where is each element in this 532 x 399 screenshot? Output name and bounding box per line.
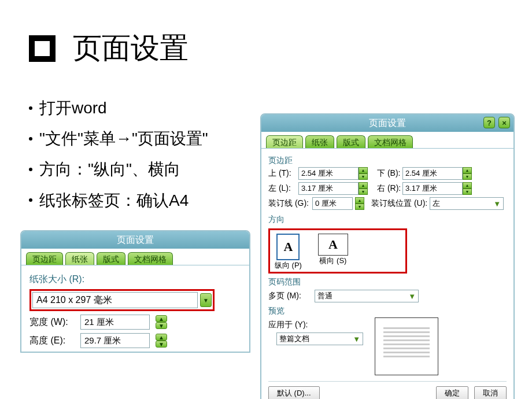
- tab-docgrid[interactable]: 文档网格: [128, 252, 173, 265]
- page-setup-dialog-large: 页面设置 ? × 页边距 纸张 版式 文档网格 页边距 上 (T): 2.54 …: [260, 113, 515, 399]
- bullet-dot-icon: [29, 168, 32, 171]
- title-text: 页面设置: [73, 29, 189, 68]
- tab-paper[interactable]: 纸张: [305, 135, 334, 148]
- bottom-spinner[interactable]: ▲▼: [463, 167, 472, 180]
- apply-to-select[interactable]: 整篇文档 ▼: [276, 332, 363, 345]
- gutter-pos-label: 装订线位置 (U):: [367, 198, 427, 209]
- dialog-titlebar: 页面设置 ? ×: [261, 114, 513, 132]
- left-spinner[interactable]: ▲▼: [359, 182, 368, 195]
- page-setup-dialog-small: 页面设置 页边距 纸张 版式 文档网格 纸张大小 (R): A4 210 x 2…: [20, 230, 250, 353]
- tab-margins[interactable]: 页边距: [26, 252, 63, 265]
- tab-layout[interactable]: 版式: [337, 135, 365, 148]
- bullet-dot-icon: [29, 137, 32, 141]
- multipage-select[interactable]: 普通 ▼: [315, 290, 419, 302]
- width-label: 宽度 (W):: [29, 316, 75, 328]
- landscape-icon: A: [318, 234, 348, 256]
- dropdown-icon: ▼: [353, 335, 360, 343]
- left-label: 左 (L):: [268, 183, 298, 194]
- top-spinner[interactable]: ▲▼: [359, 167, 368, 180]
- bullet-1: 打开word: [39, 93, 107, 123]
- height-spinner[interactable]: ▲▼: [156, 334, 167, 348]
- paper-size-combo[interactable]: A4 210 x 297 毫米: [32, 292, 198, 308]
- tab-docgrid[interactable]: 文档网格: [368, 135, 413, 148]
- landscape-label: 横向 (S): [319, 256, 346, 266]
- tab-layout[interactable]: 版式: [97, 252, 125, 265]
- portrait-icon: A: [276, 234, 300, 260]
- paper-size-highlight: A4 210 x 297 毫米 ▼: [29, 289, 215, 311]
- orientation-portrait[interactable]: A 纵向 (P): [275, 234, 302, 271]
- pages-section-title: 页码范围: [268, 277, 507, 287]
- tab-paper[interactable]: 纸张: [65, 252, 94, 265]
- bullet-dot-icon: [29, 198, 32, 202]
- dialog-titlebar: 页面设置: [21, 231, 249, 249]
- width-spinner[interactable]: ▲▼: [156, 315, 167, 329]
- preview-section-title: 预览: [268, 306, 507, 316]
- height-label: 高度 (E):: [29, 335, 75, 347]
- default-button[interactable]: 默认 (D)...: [268, 386, 320, 399]
- portrait-label: 纵向 (P): [275, 260, 302, 271]
- top-label: 上 (T):: [268, 168, 298, 179]
- top-field[interactable]: 2.54 厘米: [298, 167, 359, 180]
- apply-to-label: 应用于 (Y):: [268, 320, 310, 330]
- gutter-pos-select[interactable]: 左 ▼: [430, 197, 504, 210]
- bullet-dot-icon: [29, 106, 32, 110]
- tab-strip: 页边距 纸张 版式 文档网格: [261, 132, 513, 149]
- page-preview-icon: [375, 317, 438, 375]
- height-field[interactable]: 29.7 厘米: [80, 333, 150, 348]
- bottom-label: 下 (B):: [369, 168, 402, 179]
- title-bullet-icon: [29, 35, 56, 62]
- bullet-2: "文件"菜单→"页面设置": [39, 123, 208, 154]
- dropdown-icon: ▼: [408, 292, 416, 301]
- help-icon[interactable]: ?: [483, 117, 495, 128]
- margins-section-title: 页边距: [268, 156, 507, 166]
- dialog-title: 页面设置: [117, 234, 154, 246]
- tab-margins[interactable]: 页边距: [266, 135, 303, 148]
- bottom-field[interactable]: 2.54 厘米: [402, 167, 463, 180]
- orientation-section-title: 方向: [268, 215, 507, 225]
- dropdown-icon[interactable]: ▼: [200, 293, 212, 307]
- gutter-label: 装订线 (G):: [268, 198, 310, 209]
- dropdown-icon: ▼: [493, 200, 501, 208]
- paper-size-label: 纸张大小 (R):: [29, 274, 241, 286]
- multipage-label: 多页 (M):: [268, 291, 310, 301]
- left-field[interactable]: 3.17 厘米: [298, 182, 359, 195]
- right-field[interactable]: 3.17 厘米: [402, 182, 463, 195]
- bullet-4: 纸张标签页：确认A4: [39, 185, 189, 216]
- bullet-list: 打开word "文件"菜单→"页面设置" 方向："纵向"、横向 纸张标签页：确认…: [29, 93, 208, 216]
- gutter-field[interactable]: 0 厘米: [312, 197, 353, 210]
- dialog-title: 页面设置: [369, 117, 406, 130]
- orientation-landscape[interactable]: A 横向 (S): [318, 234, 348, 266]
- gutter-spinner[interactable]: ▲▼: [355, 197, 364, 210]
- width-field[interactable]: 21 厘米: [80, 315, 150, 330]
- orientation-highlight: A 纵向 (P) A 横向 (S): [268, 228, 407, 274]
- slide-title: 页面设置: [29, 29, 189, 68]
- ok-button[interactable]: 确定: [436, 386, 468, 399]
- right-spinner[interactable]: ▲▼: [463, 182, 472, 195]
- tab-strip: 页边距 纸张 版式 文档网格: [21, 249, 249, 265]
- paper-size-value: A4 210 x 297 毫米: [36, 294, 112, 306]
- bullet-3: 方向："纵向"、横向: [39, 154, 180, 184]
- right-label: 右 (R):: [369, 183, 402, 194]
- cancel-button[interactable]: 取消: [474, 386, 507, 399]
- close-icon[interactable]: ×: [498, 117, 510, 128]
